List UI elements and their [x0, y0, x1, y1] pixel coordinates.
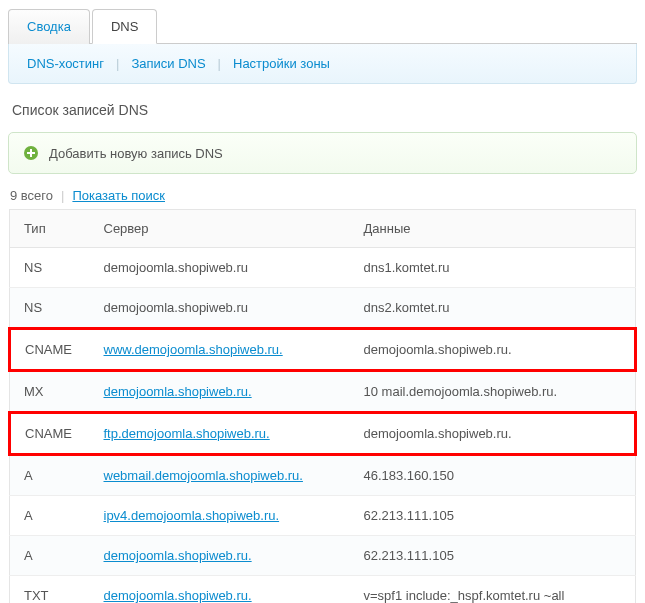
- cell-server: demojoomla.shopiweb.ru.: [90, 576, 350, 604]
- cell-server: ftp.demojoomla.shopiweb.ru.: [90, 413, 350, 455]
- cell-type: CNAME: [10, 413, 90, 455]
- cell-type: A: [10, 455, 90, 496]
- cell-type: TXT: [10, 576, 90, 604]
- cell-type: A: [10, 536, 90, 576]
- cell-data: 62.213.111.105: [350, 536, 636, 576]
- subnav-zone-settings[interactable]: Настройки зоны: [233, 56, 330, 71]
- server-link[interactable]: demojoomla.shopiweb.ru.: [104, 548, 252, 563]
- cell-server: demojoomla.shopiweb.ru.: [90, 371, 350, 413]
- cell-type: NS: [10, 288, 90, 329]
- add-button-label: Добавить новую запись DNS: [49, 146, 223, 161]
- subnav-dns-hosting[interactable]: DNS-хостинг: [27, 56, 104, 71]
- show-search-link[interactable]: Показать поиск: [72, 188, 165, 203]
- cell-server: demojoomla.shopiweb.ru: [90, 288, 350, 329]
- cell-type: A: [10, 496, 90, 536]
- count-row: 9 всего | Показать поиск: [10, 188, 637, 203]
- add-dns-record-button[interactable]: Добавить новую запись DNS: [8, 132, 637, 174]
- dns-subnav: DNS-хостинг | Записи DNS | Настройки зон…: [8, 44, 637, 84]
- cell-data: 62.213.111.105: [350, 496, 636, 536]
- dns-records-table: Тип Сервер Данные NSdemojoomla.shopiweb.…: [8, 209, 637, 603]
- cell-server: demojoomla.shopiweb.ru: [90, 248, 350, 288]
- subnav-divider: |: [218, 56, 221, 71]
- server-link[interactable]: ipv4.demojoomla.shopiweb.ru.: [104, 508, 280, 523]
- cell-type: CNAME: [10, 329, 90, 371]
- server-link[interactable]: demojoomla.shopiweb.ru.: [104, 384, 252, 399]
- col-header-type: Тип: [10, 210, 90, 248]
- table-row: CNAMEftp.demojoomla.shopiweb.ru.demojoom…: [10, 413, 636, 455]
- svg-rect-2: [27, 152, 35, 154]
- cell-server: www.demojoomla.shopiweb.ru.: [90, 329, 350, 371]
- table-row: NSdemojoomla.shopiweb.rudns2.komtet.ru: [10, 288, 636, 329]
- page-title: Список записей DNS: [12, 102, 637, 118]
- cell-server: demojoomla.shopiweb.ru.: [90, 536, 350, 576]
- cell-server: ipv4.demojoomla.shopiweb.ru.: [90, 496, 350, 536]
- total-count: 9 всего: [10, 188, 53, 203]
- server-link[interactable]: ftp.demojoomla.shopiweb.ru.: [104, 426, 270, 441]
- server-link[interactable]: demojoomla.shopiweb.ru.: [104, 588, 252, 603]
- table-row: Aipv4.demojoomla.shopiweb.ru.62.213.111.…: [10, 496, 636, 536]
- table-row: Awebmail.demojoomla.shopiweb.ru.46.183.1…: [10, 455, 636, 496]
- col-header-server: Сервер: [90, 210, 350, 248]
- subnav-dns-records[interactable]: Записи DNS: [131, 56, 205, 71]
- cell-data: demojoomla.shopiweb.ru.: [350, 413, 636, 455]
- table-row: CNAMEwww.demojoomla.shopiweb.ru.demojoom…: [10, 329, 636, 371]
- table-row: TXTdemojoomla.shopiweb.ru.v=spf1 include…: [10, 576, 636, 604]
- cell-type: MX: [10, 371, 90, 413]
- cell-data: v=spf1 include:_hspf.komtet.ru ~all: [350, 576, 636, 604]
- main-tabs: Сводка DNS: [8, 8, 637, 44]
- server-link[interactable]: webmail.demojoomla.shopiweb.ru.: [104, 468, 303, 483]
- cell-data: 46.183.160.150: [350, 455, 636, 496]
- table-row: Ademojoomla.shopiweb.ru.62.213.111.105: [10, 536, 636, 576]
- table-row: NSdemojoomla.shopiweb.rudns1.komtet.ru: [10, 248, 636, 288]
- table-row: MXdemojoomla.shopiweb.ru.10 mail.demojoo…: [10, 371, 636, 413]
- cell-data: dns1.komtet.ru: [350, 248, 636, 288]
- subnav-divider: |: [116, 56, 119, 71]
- plus-icon: [23, 145, 39, 161]
- cell-server: webmail.demojoomla.shopiweb.ru.: [90, 455, 350, 496]
- cell-data: dns2.komtet.ru: [350, 288, 636, 329]
- count-divider: |: [61, 188, 64, 203]
- cell-data: demojoomla.shopiweb.ru.: [350, 329, 636, 371]
- server-link[interactable]: www.demojoomla.shopiweb.ru.: [104, 342, 283, 357]
- cell-data: 10 mail.demojoomla.shopiweb.ru.: [350, 371, 636, 413]
- tab-dns[interactable]: DNS: [92, 9, 157, 44]
- cell-type: NS: [10, 248, 90, 288]
- col-header-data: Данные: [350, 210, 636, 248]
- tab-summary[interactable]: Сводка: [8, 9, 90, 44]
